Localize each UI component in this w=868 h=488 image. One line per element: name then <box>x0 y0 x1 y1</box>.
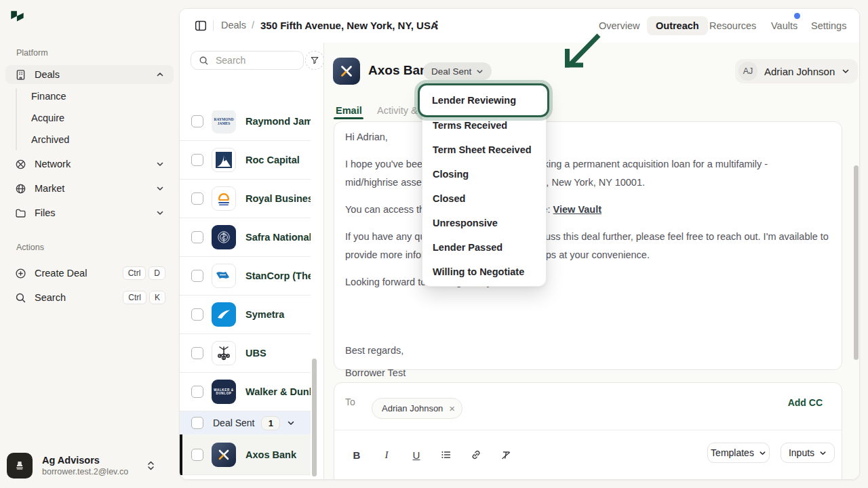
checkbox[interactable] <box>191 417 203 429</box>
sidebar-item-network[interactable]: Network <box>5 155 174 174</box>
checkbox[interactable] <box>191 192 203 205</box>
lender-row[interactable]: RAYMONDJAMES Raymond James <box>180 110 311 141</box>
lender-row-selected[interactable]: Axos Bank <box>180 434 311 475</box>
underline-button[interactable]: U <box>407 445 426 464</box>
checkbox[interactable] <box>191 449 203 461</box>
inputs-button[interactable]: Inputs <box>781 443 835 463</box>
status-option[interactable]: Unresponsive <box>422 211 546 235</box>
lender-row[interactable]: UBS <box>180 334 311 373</box>
chevron-down-icon <box>156 209 164 217</box>
email-message-card: Hi Adrian, I hope you've been well. We a… <box>334 121 842 370</box>
nav-indent-line <box>16 88 17 150</box>
email-paragraph: If you have any questions or would like … <box>345 228 831 264</box>
sidebar-item-deals[interactable]: Deals <box>5 65 174 84</box>
lender-logo <box>212 225 236 249</box>
tab-vaults[interactable]: Vaults <box>770 16 799 35</box>
group-count-badge: 1 <box>261 416 280 430</box>
shortcut-keys: Ctrl D <box>123 266 165 280</box>
status-option[interactable]: Lender Passed <box>422 235 546 260</box>
list-vertical-scrollbar[interactable] <box>312 359 317 476</box>
search-action-label: Search <box>35 292 66 303</box>
lender-logo <box>212 443 236 467</box>
checkbox[interactable] <box>191 154 203 166</box>
vault-link[interactable]: View Vault <box>553 204 601 215</box>
axos-logo <box>333 58 360 85</box>
checkbox[interactable] <box>191 308 203 321</box>
plus-circle-icon <box>15 268 26 279</box>
status-pill-dropdown[interactable]: Deal Sent <box>423 62 492 80</box>
keycap-ctrl: Ctrl <box>123 266 146 280</box>
lender-logo <box>212 186 236 211</box>
search-action-button[interactable]: Search Ctrl K <box>5 288 174 307</box>
tab-underline <box>334 117 363 119</box>
clear-formatting-button[interactable] <box>496 445 515 464</box>
keycap-d: D <box>149 266 165 280</box>
checkbox[interactable] <box>191 347 203 359</box>
globe-icon <box>15 183 26 195</box>
account-switcher[interactable]: Ag Advisors borrower.test.2@lev.co <box>7 453 172 479</box>
lender-row[interactable]: Symetra <box>180 296 311 334</box>
checkbox[interactable] <box>191 270 203 282</box>
shortcut-keys: Ctrl K <box>123 291 165 304</box>
actions-section-label: Actions <box>16 243 44 252</box>
main-vertical-scrollbar[interactable] <box>854 165 859 360</box>
lender-name: Roc Capital <box>245 155 311 165</box>
add-cc-button[interactable]: Add CC <box>788 397 823 408</box>
deal-sent-group-row[interactable]: Deal Sent 1 <box>180 411 311 434</box>
lender-row[interactable]: StanCorp (The Standard) <box>180 257 311 296</box>
bullet-list-button[interactable] <box>437 445 456 464</box>
templates-button[interactable]: Templates <box>707 443 770 463</box>
lender-name: Raymond James <box>245 116 311 127</box>
create-deal-button[interactable]: Create Deal Ctrl D <box>5 264 174 283</box>
lender-search[interactable] <box>191 51 304 70</box>
lender-list-panel: RAYMONDJAMES Raymond James Roc Capital <box>180 43 323 480</box>
lender-row[interactable]: Roc Capital <box>180 141 311 180</box>
notification-dot <box>794 13 800 19</box>
italic-button[interactable]: I <box>377 445 396 464</box>
recipient-chip[interactable]: Adrian Johnson × <box>372 398 462 419</box>
search-input[interactable] <box>214 54 292 66</box>
lev-logo <box>9 9 26 26</box>
tab-outreach[interactable]: Outreach <box>647 16 708 35</box>
lender-name: Symetra <box>245 309 311 320</box>
tab-email[interactable]: Email <box>336 105 362 116</box>
status-option[interactable]: Closed <box>422 186 546 211</box>
status-option[interactable]: Closing <box>422 162 546 186</box>
status-option[interactable]: Term Sheet Received <box>422 138 546 162</box>
group-label: Deal Sent <box>213 418 254 428</box>
status-option-focused[interactable]: Lender Reviewing <box>418 83 549 117</box>
breadcrumb-section[interactable]: Deals <box>221 20 246 30</box>
kebab-menu-icon[interactable] <box>431 19 442 31</box>
chevron-down-icon <box>842 67 850 75</box>
bold-button[interactable]: B <box>347 445 366 464</box>
building-icon <box>15 69 26 81</box>
sidebar-item-finance[interactable]: Finance <box>31 91 66 102</box>
lender-name: Walker & Dunlop <box>245 386 311 397</box>
divider <box>213 20 214 31</box>
contact-selector[interactable]: AJ Adrian Johnson <box>735 59 858 83</box>
lender-row[interactable]: Royal Business Bank <box>180 180 311 218</box>
sidebar-item-label: Files <box>35 207 56 218</box>
sidebar-item-market[interactable]: Market <box>5 179 174 198</box>
chip-close-icon[interactable]: × <box>449 403 455 413</box>
checkbox[interactable] <box>191 115 203 127</box>
checkbox[interactable] <box>191 386 203 398</box>
lender-row[interactable]: WALKER &DUNLOP Walker & Dunlop <box>180 373 311 411</box>
sidebar-item-acquire[interactable]: Acquire <box>31 113 64 123</box>
link-button[interactable] <box>467 445 486 464</box>
status-label: Deal Sent <box>431 66 471 77</box>
account-email: borrower.test.2@lev.co <box>42 466 128 477</box>
tab-resources[interactable]: Resources <box>708 16 757 35</box>
sidebar-item-files[interactable]: Files <box>5 203 174 222</box>
chevron-down-icon <box>156 160 164 168</box>
lender-name: UBS <box>245 348 311 359</box>
status-option[interactable]: Willing to Negotiate <box>422 260 546 284</box>
checkbox[interactable] <box>191 231 203 243</box>
sidebar-item-archived[interactable]: Archived <box>31 134 69 145</box>
chevron-down-icon[interactable] <box>287 419 295 427</box>
filter-button[interactable] <box>305 51 324 70</box>
platform-section-label: Platform <box>16 48 48 58</box>
lender-row[interactable]: Safra National <box>180 218 311 257</box>
tab-settings[interactable]: Settings <box>810 16 848 35</box>
sidebar-toggle-icon[interactable] <box>195 20 207 32</box>
